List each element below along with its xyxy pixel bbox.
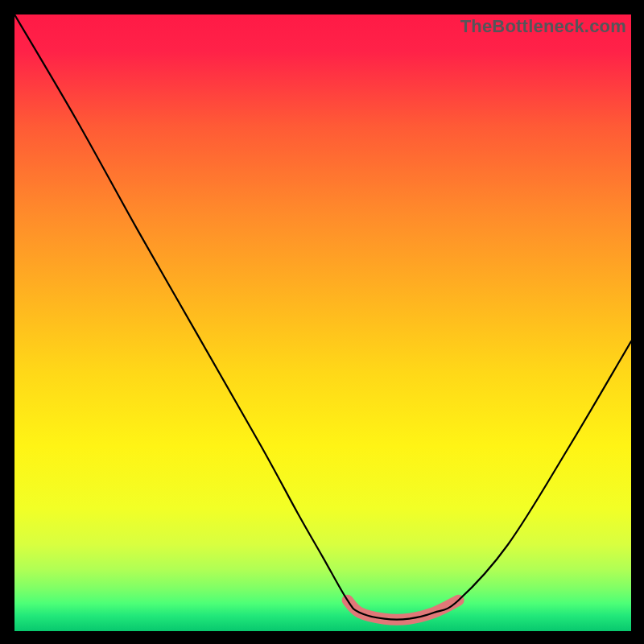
chart-frame: TheBottleneck.com <box>0 0 644 644</box>
curve-layer <box>14 14 631 631</box>
plot-area: TheBottleneck.com <box>14 14 631 631</box>
bottleneck-curve-path <box>14 14 631 620</box>
watermark-text: TheBottleneck.com <box>460 16 626 37</box>
